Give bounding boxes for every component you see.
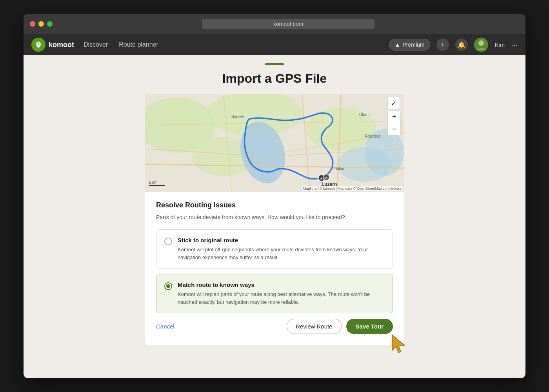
nav-discover[interactable]: Discover: [84, 41, 108, 48]
option1-title: Stick to original route: [178, 237, 385, 243]
close-traffic-light[interactable]: [30, 21, 35, 27]
save-tour-button[interactable]: Save Tour: [346, 319, 393, 334]
add-button[interactable]: ＋: [436, 38, 449, 51]
traffic-lights: [30, 21, 53, 27]
svg-text:Rotkreuz: Rotkreuz: [365, 134, 380, 138]
panel-footer: Cancel Review Route Save Tour: [156, 319, 393, 334]
svg-text:Sursee: Sursee: [231, 114, 244, 119]
bell-icon: 🔔: [458, 41, 465, 49]
routing-panel: Resolve Routing Issues Parts of your rou…: [145, 192, 404, 345]
premium-button[interactable]: ▲ Premium: [389, 39, 431, 51]
map-container: Sursee Rotkreuz Ebikon Luzern Cham B A ⤢: [145, 94, 404, 192]
option1-content: Stick to original route Komoot will plot…: [178, 237, 385, 261]
page-title: Import a GPS File: [222, 71, 327, 86]
nav-logo[interactable]: komoot: [31, 38, 74, 52]
cancel-button[interactable]: Cancel: [156, 323, 175, 330]
svg-text:Cham: Cham: [359, 113, 370, 117]
option1-description: Komoot will plot off-grid segments where…: [178, 246, 385, 261]
scale-label: 5 km: [149, 180, 158, 185]
footer-right: Review Route Save Tour: [287, 319, 393, 334]
logo-text: komoot: [49, 41, 74, 49]
option2-description: Komoot will replan parts of your route a…: [178, 290, 385, 306]
nav-bar: komoot Discover Route planner ▲ Premium …: [24, 34, 525, 55]
svg-text:A: A: [325, 176, 327, 180]
more-button[interactable]: ···: [511, 40, 518, 49]
zoom-in-button[interactable]: +: [388, 111, 400, 123]
premium-label: Premium: [402, 42, 424, 48]
option-match-route[interactable]: Match route to known ways Komoot will re…: [156, 274, 393, 313]
map-controls: ⤢ + −: [387, 97, 401, 135]
plus-icon: ＋: [440, 41, 446, 49]
green-accent-bar: [265, 63, 284, 65]
user-name[interactable]: Kim: [494, 42, 505, 48]
svg-point-1: [478, 40, 484, 46]
expand-icon: ⤢: [391, 100, 396, 106]
option2-header: Match route to known ways Komoot will re…: [164, 281, 385, 306]
svg-text:B: B: [320, 177, 323, 180]
option1-radio[interactable]: [164, 238, 172, 245]
logo-icon: [31, 38, 45, 52]
map-scale: 5 km: [149, 180, 165, 186]
nav-links: Discover Route planner: [84, 41, 389, 48]
svg-text:Ebikon: Ebikon: [333, 167, 345, 171]
review-route-button[interactable]: Review Route: [287, 319, 341, 334]
panel-title: Resolve Routing Issues: [156, 201, 393, 209]
option2-title: Match route to known ways: [178, 281, 385, 288]
premium-icon: ▲: [395, 42, 400, 48]
scale-bar: [149, 185, 165, 186]
user-avatar[interactable]: [474, 38, 488, 52]
title-bar: komoot.com: [24, 14, 525, 34]
option2-content: Match route to known ways Komoot will re…: [178, 281, 385, 306]
svg-marker-27: [392, 335, 405, 353]
map-attribution: Maplibre | © komoot | Map data © OpenStr…: [302, 186, 402, 191]
notifications-button[interactable]: 🔔: [455, 38, 468, 51]
option1-header: Stick to original route Komoot will plot…: [164, 237, 385, 261]
map-expand-button[interactable]: ⤢: [387, 97, 400, 109]
option2-radio[interactable]: [164, 282, 172, 290]
minimize-traffic-light[interactable]: [38, 21, 44, 27]
nav-route-planner[interactable]: Route planner: [119, 41, 158, 48]
nav-right: ▲ Premium ＋ 🔔 Kim ···: [389, 38, 518, 52]
maximize-traffic-light[interactable]: [47, 21, 53, 27]
page-content: Import a GPS File: [24, 55, 525, 378]
map-zoom-buttons: + −: [387, 111, 401, 135]
address-bar[interactable]: komoot.com: [202, 19, 374, 29]
panel-description: Parts of your route deviate from known w…: [156, 213, 393, 221]
zoom-out-button[interactable]: −: [388, 123, 400, 135]
option-stick-to-route[interactable]: Stick to original route Komoot will plot…: [156, 229, 393, 269]
browser-window: komoot.com komoot Discover Route planner…: [24, 14, 525, 378]
